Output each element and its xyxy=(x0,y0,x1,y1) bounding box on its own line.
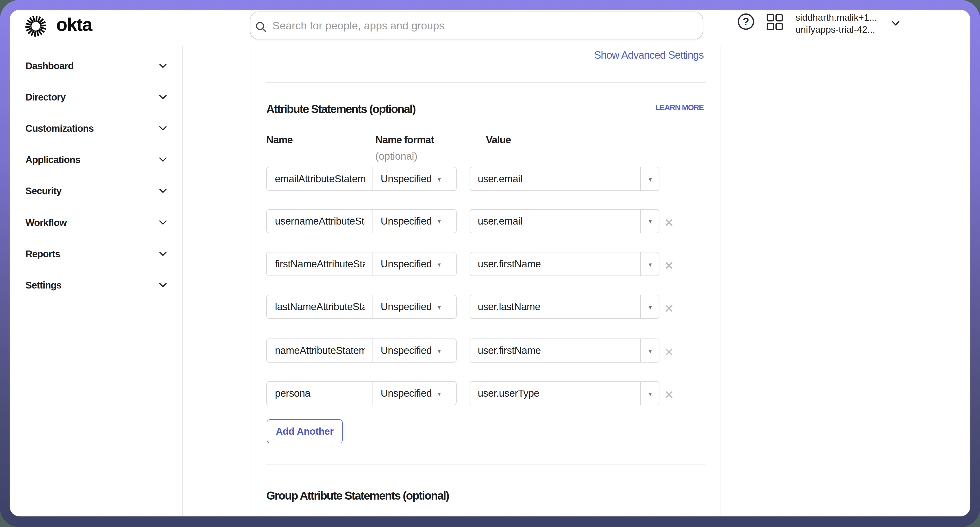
svg-text:?: ? xyxy=(743,16,749,27)
